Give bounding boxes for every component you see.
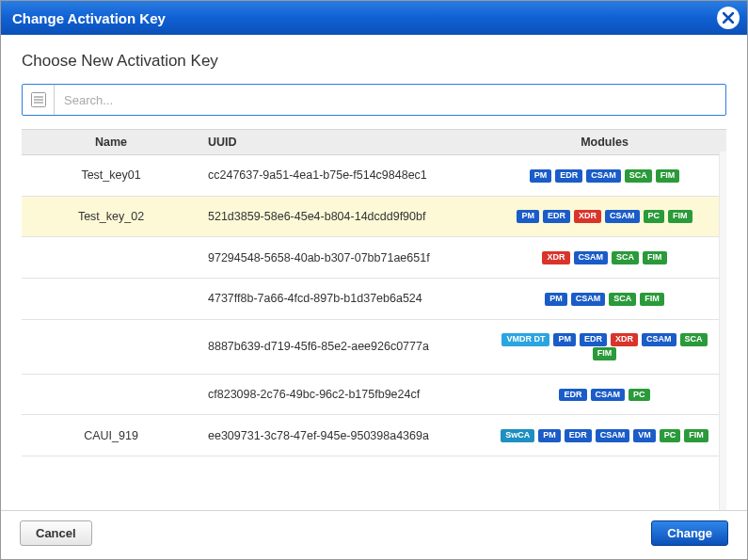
close-button[interactable] [717, 7, 740, 29]
module-badge: FIM [656, 169, 680, 183]
uuid-cell: ee309731-3c78-47ef-945e-950398a4369a [200, 415, 483, 456]
close-icon [723, 12, 734, 24]
table-header-row: Name UUID Modules [22, 130, 726, 155]
name-cell [22, 278, 200, 319]
modules-cell: XDRCSAMSCAFIM [483, 237, 726, 279]
module-badge: SCA [680, 333, 708, 346]
name-cell: Test_key01 [22, 155, 200, 197]
col-modules[interactable]: Modules [483, 130, 726, 155]
table-row[interactable]: Test_key_02521d3859-58e6-45e4-b804-14dcd… [22, 196, 726, 237]
module-badge: PC [629, 389, 650, 402]
module-badge: PM [530, 169, 552, 183]
uuid-cell: 521d3859-58e6-45e4-b804-14dcdd9f90bf [200, 196, 483, 237]
module-badge: CSAM [586, 169, 621, 183]
module-badge: PC [660, 429, 681, 442]
module-badge: SCA [612, 251, 639, 264]
table-row[interactable]: cf823098-2c76-49bc-96c2-b175fb9e24cfEDRC… [22, 374, 726, 415]
name-cell: CAUI_919 [22, 415, 200, 456]
table-row[interactable]: 4737ff8b-7a66-4fcd-897b-b1d37eb6a524PMCS… [22, 278, 726, 319]
module-badge: FIM [643, 251, 667, 264]
search-filter-button[interactable] [23, 85, 55, 115]
col-uuid[interactable]: UUID [200, 130, 483, 155]
uuid-cell: 4737ff8b-7a66-4fcd-897b-b1d37eb6a524 [200, 278, 483, 319]
search-input[interactable] [55, 93, 725, 107]
uuid-cell: 8887b639-d719-45f6-85e2-aee926c0777a [200, 319, 483, 374]
list-icon [31, 92, 46, 107]
module-badge: EDR [543, 210, 570, 223]
table-row[interactable]: 97294548-5658-40ab-b307-07bb71ae651fXDRC… [22, 237, 726, 279]
scrollbar-track[interactable] [719, 152, 726, 510]
name-cell [22, 319, 200, 374]
modules-cell: SwCAPMEDRCSAMVMPCFIM [483, 415, 726, 456]
module-badge: CSAM [574, 251, 609, 264]
module-badge: CSAM [591, 389, 626, 402]
module-badge: CSAM [642, 333, 676, 346]
modules-cell: PMEDRCSAMSCAFIM [483, 155, 726, 197]
dialog-titlebar: Change Activation Key [1, 1, 747, 35]
module-badge: FIM [684, 429, 708, 442]
name-cell [22, 237, 200, 279]
dialog-subtitle: Choose New Activation Key [22, 52, 726, 71]
module-badge: PM [553, 333, 576, 346]
module-badge: CSAM [571, 293, 606, 306]
module-badge: FIM [640, 293, 664, 306]
change-activation-key-dialog: Change Activation Key Choose New Activat… [0, 0, 748, 560]
uuid-cell: cc247637-9a51-4ea1-b75e-f514c9848ec1 [200, 155, 483, 197]
modules-cell: VMDR DTPMEDRXDRCSAMSCAFIM [483, 319, 726, 374]
module-badge: FIM [668, 210, 692, 223]
module-badge: PM [545, 293, 567, 306]
module-badge: FIM [593, 347, 617, 360]
module-badge: EDR [565, 429, 592, 442]
table-row[interactable]: 8887b639-d719-45f6-85e2-aee926c0777aVMDR… [22, 319, 726, 374]
module-badge: XDR [574, 210, 601, 223]
module-badge: SCA [609, 293, 636, 306]
module-badge: SwCA [501, 429, 534, 442]
modules-cell: PMEDRXDRCSAMPCFIM [483, 196, 726, 237]
name-cell: Test_key_02 [22, 196, 200, 237]
key-table-wrap: Name UUID Modules Test_key01cc247637-9a5… [22, 129, 726, 510]
table-row[interactable]: Test_key01cc247637-9a51-4ea1-b75e-f514c9… [22, 155, 726, 197]
module-badge: PC [644, 210, 665, 223]
cancel-button[interactable]: Cancel [20, 520, 92, 546]
dialog-footer: Cancel Change [1, 510, 747, 559]
module-badge: VM [633, 429, 656, 442]
uuid-cell: cf823098-2c76-49bc-96c2-b175fb9e24cf [200, 374, 483, 415]
module-badge: EDR [559, 389, 586, 402]
module-badge: CSAM [605, 210, 640, 223]
uuid-cell: 97294548-5658-40ab-b307-07bb71ae651f [200, 237, 483, 279]
dialog-title: Change Activation Key [12, 10, 166, 26]
dialog-body: Choose New Activation Key Name UUID M [1, 35, 747, 510]
module-badge: VMDR DT [501, 333, 549, 346]
modules-cell: PMCSAMSCAFIM [483, 278, 726, 319]
module-badge: SCA [625, 169, 652, 183]
search-bar [22, 84, 726, 116]
name-cell [22, 374, 200, 415]
table-row[interactable]: CAUI_919ee309731-3c78-47ef-945e-950398a4… [22, 415, 726, 456]
col-name[interactable]: Name [22, 130, 200, 155]
module-badge: PM [517, 210, 539, 223]
module-badge: XDR [611, 333, 638, 346]
module-badge: EDR [580, 333, 607, 346]
module-badge: XDR [542, 251, 569, 264]
module-badge: PM [538, 429, 561, 442]
modules-cell: EDRCSAMPC [483, 374, 726, 415]
change-button[interactable]: Change [651, 520, 728, 546]
module-badge: EDR [555, 169, 582, 183]
key-table: Name UUID Modules Test_key01cc247637-9a5… [22, 129, 726, 456]
module-badge: CSAM [596, 429, 630, 442]
